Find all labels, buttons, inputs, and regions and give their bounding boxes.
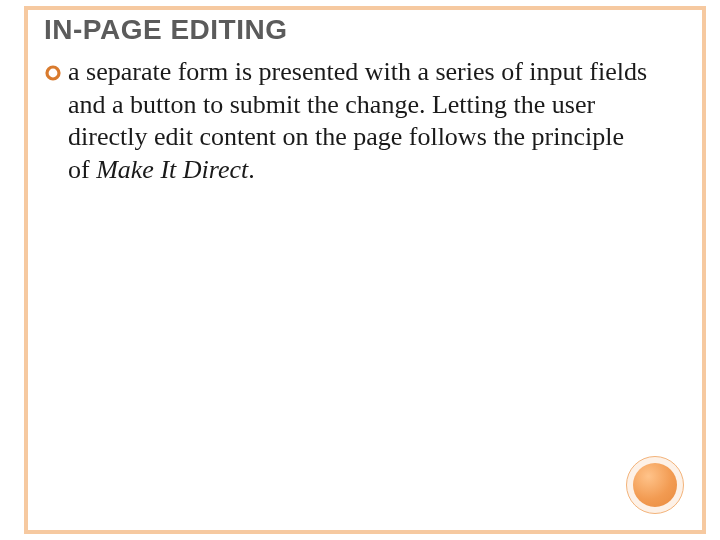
ring-bullet-icon — [44, 56, 62, 86]
svg-point-0 — [47, 67, 59, 79]
decorative-border-top — [24, 6, 706, 10]
slide-content: IN-PAGE EDITING a separate form is prese… — [44, 14, 684, 520]
decorative-circle-inner — [633, 463, 677, 507]
bullet-text: a separate form is presented with a seri… — [68, 56, 648, 186]
slide-title: IN-PAGE EDITING — [44, 14, 684, 46]
bullet-text-period: . — [248, 155, 255, 184]
decorative-border-bottom — [24, 530, 706, 534]
bullet-row: a separate form is presented with a seri… — [44, 56, 684, 186]
slide-container: IN-PAGE EDITING a separate form is prese… — [0, 0, 720, 540]
decorative-border-left — [24, 6, 28, 532]
decorative-corner-circle — [626, 456, 684, 514]
decorative-border-right — [702, 6, 706, 532]
principle-name: Make It Direct — [96, 155, 248, 184]
